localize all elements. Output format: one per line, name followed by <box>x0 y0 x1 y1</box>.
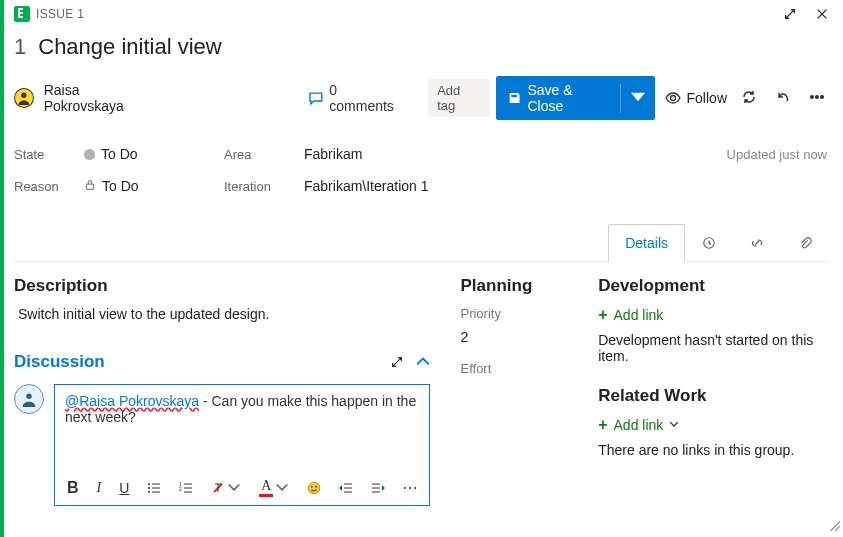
tab-details[interactable]: Details <box>608 224 685 262</box>
comment-editor[interactable]: @Raisa Pokrovskaya - Can you make this h… <box>54 384 430 506</box>
undo-icon[interactable] <box>771 85 795 112</box>
planning-heading: Planning <box>460 276 568 296</box>
svg-point-17 <box>409 486 411 488</box>
bold-button[interactable]: B <box>67 479 79 497</box>
work-item-title[interactable]: Change initial view <box>38 34 221 60</box>
close-icon[interactable] <box>815 7 829 21</box>
editor-toolbar: B I U 12 A <box>55 470 429 505</box>
state-dot-icon <box>84 149 95 160</box>
comments-button[interactable]: 0 comments <box>308 82 405 114</box>
mention[interactable]: @Raisa Pokrovskaya <box>65 393 199 409</box>
related-add-link-button[interactable]: +Add link <box>598 416 829 434</box>
svg-point-4 <box>821 95 824 98</box>
related-heading: Related Work <box>598 386 829 406</box>
number-list-button[interactable]: 12 <box>179 481 193 495</box>
reason-value[interactable]: To Do <box>84 178 224 194</box>
iteration-value[interactable]: Fabrikam\Iteration 1 <box>304 178 544 194</box>
svg-point-3 <box>816 95 819 98</box>
svg-point-10 <box>148 491 150 493</box>
plus-icon: + <box>598 416 607 434</box>
tab-attachments[interactable] <box>781 224 829 261</box>
svg-point-14 <box>311 485 313 487</box>
state-value[interactable]: To Do <box>84 146 224 162</box>
area-label: Area <box>224 147 304 162</box>
bullet-list-button[interactable] <box>147 481 161 495</box>
development-hint: Development hasn't started on this item. <box>598 332 829 364</box>
follow-label: Follow <box>687 90 727 106</box>
svg-point-16 <box>404 486 406 488</box>
toolbar-more-button[interactable] <box>403 481 417 495</box>
tab-history[interactable] <box>685 224 733 261</box>
svg-point-0 <box>21 93 26 98</box>
comment-text[interactable]: @Raisa Pokrovskaya - Can you make this h… <box>55 385 429 470</box>
clear-format-button[interactable] <box>211 481 241 495</box>
effort-label: Effort <box>460 361 568 376</box>
lock-icon <box>84 178 96 194</box>
svg-point-2 <box>811 95 814 98</box>
related-hint: There are no links in this group. <box>598 442 829 458</box>
description-heading: Description <box>14 276 430 296</box>
iteration-label: Iteration <box>224 179 304 194</box>
discussion-heading: Discussion <box>14 352 105 372</box>
svg-point-15 <box>316 485 318 487</box>
svg-point-9 <box>148 487 150 489</box>
svg-point-8 <box>148 483 150 485</box>
plus-icon: + <box>598 306 607 324</box>
save-dropdown-caret[interactable] <box>620 84 655 113</box>
assignee-name[interactable]: Raisa Pokrovskaya <box>44 82 162 114</box>
outdent-button[interactable] <box>339 481 353 495</box>
tab-links[interactable] <box>733 224 781 261</box>
priority-value[interactable]: 2 <box>460 329 568 345</box>
updated-text: Updated just now <box>544 147 829 162</box>
underline-button[interactable]: U <box>119 480 129 496</box>
svg-point-18 <box>415 486 417 488</box>
area-value[interactable]: Fabrikam <box>304 146 544 162</box>
svg-text:2: 2 <box>179 486 182 492</box>
save-close-button[interactable]: Save & Close <box>496 76 654 120</box>
assignee-avatar[interactable] <box>14 88 34 108</box>
svg-point-1 <box>670 96 675 101</box>
issue-type-label: ISSUE 1 <box>36 7 84 21</box>
comments-count: 0 comments <box>329 82 404 114</box>
work-item-id: 1 <box>14 34 26 60</box>
refresh-icon[interactable] <box>737 85 761 112</box>
state-label: State <box>14 147 84 162</box>
discussion-collapse-icon[interactable] <box>416 355 430 369</box>
follow-button[interactable]: Follow <box>665 90 727 106</box>
more-actions-icon[interactable] <box>805 85 829 112</box>
font-color-button[interactable]: A <box>259 478 289 497</box>
add-tag-button[interactable]: Add tag <box>428 79 490 117</box>
save-close-label: Save & Close <box>527 82 607 114</box>
chevron-down-icon <box>669 421 679 429</box>
resize-grip-icon[interactable] <box>827 518 841 535</box>
development-heading: Development <box>598 276 829 296</box>
priority-label: Priority <box>460 306 568 321</box>
svg-rect-5 <box>87 184 94 189</box>
expand-icon[interactable] <box>783 7 797 21</box>
discussion-expand-icon[interactable] <box>390 355 404 369</box>
issue-type-icon <box>14 6 30 22</box>
description-text[interactable]: Switch initial view to the updated desig… <box>14 306 430 322</box>
dev-add-link-button[interactable]: +Add link <box>598 306 829 324</box>
indent-button[interactable] <box>371 481 385 495</box>
reason-label: Reason <box>14 179 84 194</box>
comment-author-avatar <box>14 384 44 414</box>
emoji-button[interactable] <box>307 481 321 495</box>
svg-point-13 <box>309 482 320 493</box>
svg-point-7 <box>26 394 31 399</box>
italic-button[interactable]: I <box>97 480 102 496</box>
